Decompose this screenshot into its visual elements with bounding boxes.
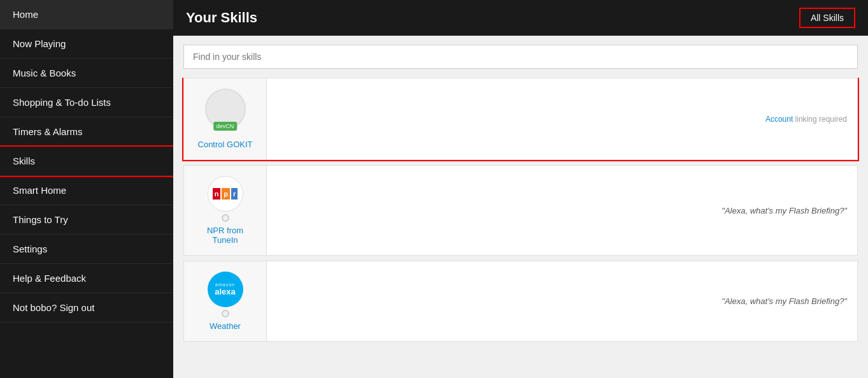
skill-card-control-gokit[interactable]: devCN Control GOKIT Account linking requ… — [183, 78, 858, 160]
sidebar-item-smart-home[interactable]: Smart Home — [0, 176, 173, 205]
sidebar-label-help-feedback: Help & Feedback — [13, 273, 86, 284]
sidebar-label-skills: Skills — [13, 156, 35, 166]
skill-logo-col-npr: n p r NPR from TuneIn — [184, 166, 267, 255]
sidebar-item-help-feedback[interactable]: Help & Feedback — [0, 264, 173, 293]
amazon-text: amazon — [215, 282, 235, 287]
sidebar-label-settings: Settings — [13, 244, 47, 254]
skill-logo-npr: n p r — [208, 176, 243, 212]
page-header: Your Skills All Skills — [173, 0, 868, 36]
skills-list: devCN Control GOKIT Account linking requ… — [173, 78, 868, 378]
alexa-text: alexa — [215, 287, 236, 296]
sidebar: Home Now Playing Music & Books Shopping … — [0, 0, 173, 378]
skill-logo-col-weather: amazon alexa Weather — [184, 261, 267, 341]
npr-r: r — [231, 188, 238, 200]
skill-logo-weather: amazon alexa — [208, 272, 243, 307]
sidebar-label-now-playing: Now Playing — [13, 38, 66, 49]
location-pin-weather — [222, 310, 229, 317]
page-title: Your Skills — [186, 10, 257, 26]
search-input[interactable] — [183, 45, 858, 69]
account-link-word[interactable]: Account — [765, 115, 793, 124]
skill-name-control-gokit[interactable]: Control GOKIT — [198, 140, 253, 149]
sidebar-item-settings[interactable]: Settings — [0, 235, 173, 264]
skill-detail-weather: "Alexa, what's my Flash Briefing?" — [267, 261, 857, 341]
dev-badge: devCN — [213, 122, 238, 131]
npr-p: p — [222, 188, 230, 200]
all-skills-button[interactable]: All Skills — [799, 8, 855, 28]
sidebar-item-timers-alarms[interactable]: Timers & Alarms — [0, 117, 173, 147]
sidebar-item-shopping[interactable]: Shopping & To-do Lists — [0, 88, 173, 117]
search-bar-container — [173, 36, 868, 78]
skill-logo-col-control-gokit: devCN Control GOKIT — [184, 78, 267, 159]
sidebar-item-sign-out[interactable]: Not bobo? Sign out — [0, 293, 173, 323]
account-link-text: Account linking required — [765, 115, 847, 124]
main-content: Your Skills All Skills devCN Control GOK… — [173, 0, 868, 378]
sidebar-label-timers-alarms: Timers & Alarms — [13, 126, 82, 137]
skill-card-npr[interactable]: n p r NPR from TuneIn "Alexa, what's my … — [183, 165, 858, 256]
skill-name-weather[interactable]: Weather — [210, 321, 241, 331]
sidebar-label-sign-out: Not bobo? Sign out — [13, 302, 94, 313]
skill-detail-control-gokit: Account linking required — [267, 78, 857, 159]
sidebar-label-music-books: Music & Books — [13, 68, 76, 78]
sidebar-label-things-to-try: Things to Try — [13, 214, 68, 225]
sidebar-item-now-playing[interactable]: Now Playing — [0, 29, 173, 59]
sidebar-item-skills[interactable]: Skills — [0, 147, 173, 176]
skill-logo-control-gokit: devCN — [205, 89, 246, 129]
skill-card-weather[interactable]: amazon alexa Weather "Alexa, what's my F… — [183, 261, 858, 342]
sidebar-item-things-to-try[interactable]: Things to Try — [0, 205, 173, 235]
skill-quote-weather: "Alexa, what's my Flash Briefing?" — [722, 296, 847, 306]
skill-quote-npr: "Alexa, what's my Flash Briefing?" — [722, 206, 847, 215]
skill-name-npr[interactable]: NPR from TuneIn — [194, 226, 256, 245]
sidebar-label-smart-home: Smart Home — [13, 185, 66, 196]
npr-letters: n p r — [213, 188, 238, 200]
skill-detail-npr: "Alexa, what's my Flash Briefing?" — [267, 166, 857, 255]
sidebar-item-music-books[interactable]: Music & Books — [0, 59, 173, 88]
account-link-suffix: linking required — [793, 115, 847, 124]
sidebar-label-home: Home — [13, 9, 38, 20]
sidebar-item-home[interactable]: Home — [0, 0, 173, 29]
sidebar-label-shopping: Shopping & To-do Lists — [13, 97, 111, 108]
location-pin-npr — [222, 214, 229, 222]
npr-n: n — [213, 188, 221, 200]
